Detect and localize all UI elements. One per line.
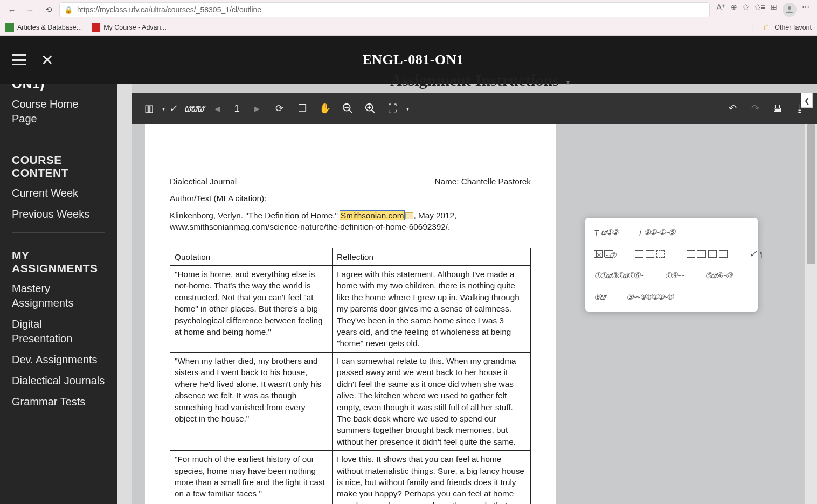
zoom-out-icon[interactable] — [338, 99, 357, 118]
palette-tool-box1[interactable]: ×~⑦ — [594, 250, 613, 258]
content-pane: Assignment Instructions ▾ ▥ ▾ ✓ ຜຜຜ ◀ 1 … — [117, 84, 817, 504]
forward-button[interactable]: → — [23, 2, 38, 17]
sidebar-item-digital-presentation[interactable]: Digital Presentation — [12, 314, 105, 349]
pan-hand-icon[interactable]: ✋ — [316, 99, 334, 118]
sidebar-item-mastery[interactable]: Mastery Assignments — [12, 278, 105, 314]
document-page: Dialectical Journal Name: Chantelle Past… — [145, 124, 556, 504]
quotation-cell: "Home is home, and everything else is no… — [170, 266, 333, 353]
read-aloud-icon[interactable]: A⁺ — [716, 3, 725, 17]
doc-name-field: Name: Chantelle Pastorek — [434, 176, 531, 187]
annotate-view-label[interactable]: ຜຜຜ — [184, 102, 204, 114]
comment-icon[interactable] — [405, 212, 413, 219]
undo-icon[interactable]: ↶ — [723, 99, 742, 118]
svg-point-0 — [788, 6, 791, 10]
bookmark-item[interactable]: Articles & Database... — [5, 23, 82, 32]
chevron-down-icon[interactable]: ▾ — [406, 106, 409, 112]
sidebar-item-dev-assignments[interactable]: Dev. Assignments — [12, 349, 105, 370]
citation-text: Klinkenborg, Verlyn. "The Definition of … — [170, 210, 531, 233]
palette-tool-check[interactable]: ✓¶ — [749, 248, 764, 260]
sidebar-item-grammar-tests[interactable]: Grammar Tests — [12, 391, 105, 412]
print-icon[interactable]: 🖶 — [768, 99, 787, 118]
bookmark-label: My Course - Advan... — [103, 24, 167, 31]
palette-tool-row3a[interactable]: ①①ຜ③①ຜ①⑥~ — [594, 271, 643, 280]
page-number[interactable]: 1 — [232, 103, 243, 114]
chevron-down-icon[interactable]: ▾ — [566, 79, 570, 86]
palette-tool-row4a[interactable]: ⑥ຜ — [594, 292, 605, 302]
palette-tool-row3c[interactable]: ⑤ຜ④~⑩ — [705, 271, 731, 280]
palette-tool-box2[interactable] — [635, 250, 665, 258]
table-row: "When my father died, my brothers and si… — [170, 352, 531, 450]
favorites-icon[interactable]: ✩≡ — [754, 3, 765, 17]
folder-icon: 🗀 — [763, 23, 771, 32]
annotate-view-button[interactable]: ✓ — [169, 102, 177, 114]
scrollbar[interactable] — [805, 124, 817, 504]
lock-icon: 🔒 — [64, 6, 73, 14]
chevron-down-icon[interactable]: ▾ — [162, 106, 165, 112]
course-sidebar: ON1) Course Home Page COURSE CONTENT Cur… — [0, 84, 117, 504]
reflection-cell: I agree with this statement. Although I'… — [333, 266, 531, 353]
table-header-quotation: Quotation — [170, 248, 333, 265]
reflection-cell: I can somewhat relate to this. When my g… — [333, 352, 531, 450]
url-text: https://myclass.ufv.ca/ultra/courses/_58… — [77, 5, 261, 14]
page-title: Assignment Instructions — [390, 71, 559, 89]
chrome-actions: A⁺ ⊕ ✩ ✩≡ ⊞ ⋯ — [713, 3, 813, 17]
menu-icon[interactable] — [12, 54, 26, 65]
bookmark-label: Articles & Database... — [17, 24, 82, 31]
prev-page-icon[interactable]: ◀ — [208, 99, 226, 118]
close-icon[interactable]: ✕ — [41, 51, 53, 69]
rotate-icon[interactable]: ⟳ — [271, 99, 289, 118]
collapse-panel-icon[interactable]: ❮ — [801, 93, 813, 108]
page-navigation: ◀ 1 ▶ — [208, 99, 266, 118]
other-favorites[interactable]: | 🗀 Other favorit — [751, 23, 812, 32]
thumbnails-icon[interactable]: ▥ — [140, 99, 158, 118]
next-page-icon[interactable]: ▶ — [248, 99, 266, 118]
sidebar-heading-clipped: ON1) — [12, 84, 105, 92]
palette-tool-text[interactable]: Tຜ①② — [594, 227, 618, 237]
table-row: "Home is home, and everything else is no… — [170, 266, 531, 353]
profile-avatar[interactable] — [783, 3, 797, 17]
palette-tool-highlight[interactable]: i⑨①~①~⑤ — [639, 227, 674, 237]
journal-table: Quotation Reflection "Home is home, and … — [170, 248, 531, 504]
document-viewport[interactable]: Dialectical Journal Name: Chantelle Past… — [132, 124, 804, 504]
table-header-reflection: Reflection — [333, 248, 531, 265]
quotation-cell: "When my father died, my brothers and si… — [170, 352, 333, 450]
svg-line-5 — [371, 110, 375, 113]
main-area: ON1) Course Home Page COURSE CONTENT Cur… — [0, 84, 817, 504]
favorite-star-icon[interactable]: ✩ — [743, 3, 749, 17]
highlighted-text[interactable]: Smithsonian.com — [340, 211, 404, 220]
annotation-palette[interactable]: Tຜ①② i⑨①~①~⑤ ×~⑦ ✓¶ ①①ຜ③①ຜ①⑥~ ①⑨~~ ⑤ຜ④~⑩… — [585, 218, 758, 312]
more-icon[interactable]: ⋯ — [802, 3, 809, 17]
citation-label: Author/Text (MLA citation): — [170, 192, 531, 204]
bookmark-favicon — [5, 23, 14, 32]
other-favorites-label: Other favorit — [774, 24, 812, 31]
browser-toolbar: ← → ⟲ 🔒 https://myclass.ufv.ca/ultra/cou… — [0, 0, 817, 19]
quotation-cell: "For much of the earliest history of our… — [170, 451, 333, 504]
scrollbar-thumb[interactable] — [807, 124, 815, 264]
zoom-icon[interactable]: ⊕ — [731, 3, 737, 17]
bookmark-favicon — [92, 23, 100, 32]
sidebar-item-dialectical-journals[interactable]: Dialectical Journals — [12, 370, 105, 391]
sidebar-heading-content: COURSE CONTENT — [12, 145, 105, 183]
table-row: "For much of the earliest history of our… — [170, 451, 531, 504]
doc-title: Dialectical Journal — [170, 176, 237, 187]
sidebar-item-previous-weeks[interactable]: Previous Weeks — [12, 204, 105, 225]
address-bar[interactable]: 🔒 https://myclass.ufv.ca/ultra/courses/_… — [59, 2, 710, 17]
svg-line-2 — [349, 110, 352, 113]
course-title: ENGL-081-ON1 — [68, 52, 758, 68]
back-button[interactable]: ← — [4, 2, 19, 17]
fit-page-icon[interactable]: ⛶ — [384, 99, 402, 118]
redo-icon[interactable]: ↷ — [746, 99, 764, 118]
sidebar-item-current-week[interactable]: Current Week — [12, 183, 105, 204]
bookmark-item[interactable]: My Course - Advan... — [92, 23, 167, 32]
palette-tool-row4b[interactable]: ③~~⑨⑩①①~⑩ — [626, 292, 673, 302]
sidebar-heading-assignments: MY ASSIGNMENTS — [12, 240, 105, 278]
refresh-button[interactable]: ⟲ — [41, 2, 56, 17]
palette-tool-box3[interactable] — [687, 250, 728, 258]
collections-icon[interactable]: ⊞ — [771, 3, 777, 17]
zoom-in-icon[interactable] — [361, 99, 379, 118]
citation-mid: , May 2012, — [413, 211, 456, 220]
citation-pre: Klinkenborg, Verlyn. "The Definition of … — [170, 211, 340, 220]
sidebar-item-home[interactable]: Course Home Page — [12, 94, 105, 129]
palette-tool-row3b[interactable]: ①⑨~~ — [664, 271, 684, 280]
multi-page-icon[interactable]: ❐ — [293, 99, 311, 118]
